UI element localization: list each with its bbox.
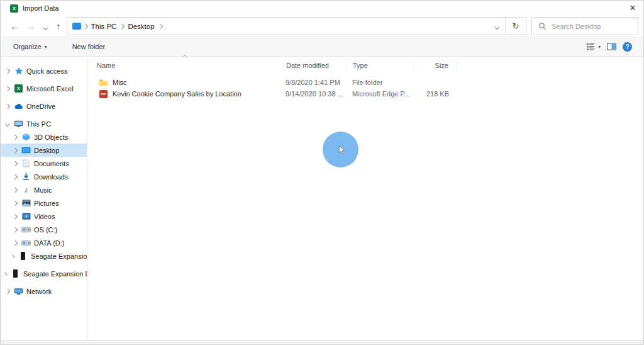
file-type-cell: File folder — [346, 79, 413, 86]
sidebar-item-label: Videos — [34, 213, 55, 220]
chevron-right-icon[interactable] — [13, 187, 18, 192]
chevron-right-icon[interactable] — [13, 227, 18, 232]
chevron-right-icon[interactable] — [13, 161, 18, 166]
column-header-type[interactable]: Type — [346, 59, 413, 72]
forward-button[interactable]: → — [23, 21, 38, 31]
network-icon — [13, 288, 24, 295]
column-header-size[interactable]: Size — [413, 59, 457, 72]
refresh-button[interactable]: ↻ — [506, 18, 526, 35]
cube-icon — [21, 133, 31, 141]
help-button[interactable]: ? — [621, 41, 633, 53]
column-header-name[interactable]: Name — [87, 59, 282, 72]
chevron-right-icon[interactable] — [13, 147, 18, 152]
sidebar-item-label: This PC — [26, 120, 51, 128]
up-button[interactable]: ↑ — [53, 21, 64, 31]
chevron-right-icon — [119, 23, 125, 28]
sidebar-item-label: Seagate Expansion I — [31, 252, 87, 260]
view-controls: ▾ ? — [585, 41, 633, 53]
sidebar-item-quick-access[interactable]: Quick access — [1, 64, 87, 77]
sidebar-item-label: Documents — [34, 160, 69, 167]
search-box[interactable] — [531, 17, 638, 35]
chevron-right-icon[interactable] — [4, 272, 8, 275]
address-bar[interactable]: This PC Desktop ↻ — [67, 17, 527, 35]
sidebar-item-os-c[interactable]: OS (C:) — [1, 223, 87, 236]
sidebar-item-microsoft-excel[interactable]: XMicrosoft Excel — [1, 82, 87, 95]
music-icon: ♪ — [21, 186, 31, 194]
back-button[interactable]: ← — [7, 21, 23, 31]
new-folder-button[interactable]: New folder — [72, 43, 106, 50]
file-name-cell: Misc — [87, 79, 282, 86]
caret-down-icon: ▾ — [598, 44, 601, 50]
chevron-right-icon[interactable] — [13, 213, 18, 218]
sidebar-item-seagate-expansion-i[interactable]: Seagate Expansion I — [1, 249, 87, 263]
breadcrumb-this-pc[interactable]: This PC — [90, 23, 118, 30]
drive-icon — [21, 227, 31, 233]
sidebar-item-label: Microsoft Excel — [26, 85, 74, 93]
file-rows: Misc9/8/2020 1:41 PMFile folderPDFKevin … — [87, 72, 643, 99]
file-name-label: Kevin Cookie Company Sales by Location — [113, 90, 242, 98]
external-drive-icon — [10, 269, 21, 278]
command-toolbar: Organize ▾ New folder ▾ — [1, 37, 643, 57]
sidebar-item-data-d[interactable]: DATA (D:) — [1, 236, 87, 249]
organize-label: Organize — [13, 43, 42, 50]
sidebar-item-onedrive[interactable]: OneDrive — [1, 99, 87, 113]
address-dropdown-button[interactable] — [489, 18, 505, 35]
breadcrumb-desktop[interactable]: Desktop — [126, 23, 155, 30]
sidebar-item-label: OS (C:) — [34, 226, 57, 234]
sidebar-item-music[interactable]: ♪Music — [1, 183, 87, 196]
video-icon — [21, 213, 31, 220]
sidebar-item-label: Quick access — [26, 67, 67, 75]
folder-icon — [98, 79, 109, 86]
chevron-right-icon[interactable] — [12, 254, 15, 257]
chevron-right-icon[interactable] — [5, 86, 10, 91]
chevron-down-icon[interactable] — [5, 121, 10, 126]
sidebar-item-this-pc[interactable]: This PC — [1, 117, 87, 130]
view-mode-button[interactable]: ▾ — [585, 42, 602, 52]
chevron-right-icon[interactable] — [5, 288, 10, 293]
sidebar-item-label: OneDrive — [26, 103, 55, 110]
preview-pane-button[interactable] — [606, 42, 618, 52]
sidebar-item-3d-objects[interactable]: 3D Objects — [1, 130, 87, 144]
picture-icon — [21, 200, 31, 206]
sidebar-item-videos[interactable]: Videos — [1, 210, 87, 223]
column-header-date-modified[interactable]: Date modified — [282, 59, 346, 72]
sidebar-item-downloads[interactable]: Downloads — [1, 170, 87, 183]
sidebar-item-label: Downloads — [34, 173, 68, 181]
chevron-right-icon — [82, 23, 87, 28]
sidebar-item-label: DATA (D:) — [34, 239, 64, 247]
caret-down-icon: ▾ — [45, 44, 47, 50]
sidebar-item-label: Desktop — [34, 147, 59, 154]
sidebar-item-network[interactable]: Network — [1, 285, 87, 298]
chevron-down-icon — [43, 26, 48, 30]
external-drive-icon — [18, 252, 28, 260]
chevron-right-icon[interactable] — [13, 134, 18, 139]
file-name-label: Misc — [113, 79, 127, 86]
preview-pane-icon — [607, 43, 616, 50]
recent-locations-dropdown[interactable] — [38, 21, 53, 31]
document-icon — [21, 159, 31, 167]
sidebar-item-documents[interactable]: Documents — [1, 157, 87, 170]
navigation-sidebar: Quick accessXMicrosoft ExcelOneDriveThis… — [1, 57, 87, 340]
close-button[interactable]: ✕ — [622, 1, 643, 16]
chevron-right-icon[interactable] — [13, 174, 18, 179]
chevron-right-icon[interactable] — [5, 68, 10, 73]
chevron-right-icon — [157, 23, 162, 28]
chevron-right-icon[interactable] — [13, 240, 18, 245]
chevron-right-icon[interactable] — [13, 200, 18, 205]
sidebar-item-label: Seagate Expansion Dr — [23, 270, 87, 278]
window-title: Import Data — [23, 4, 58, 12]
list-view-icon — [586, 43, 596, 51]
organize-button[interactable]: Organize ▾ — [13, 43, 47, 50]
file-row-misc[interactable]: Misc9/8/2020 1:41 PMFile folder — [87, 77, 643, 88]
star-icon — [13, 67, 24, 76]
chevron-down-icon — [494, 25, 499, 30]
sidebar-item-desktop[interactable]: Desktop — [1, 144, 87, 157]
sidebar-item-seagate-expansion-dr[interactable]: Seagate Expansion Dr — [1, 267, 87, 280]
dialog-footer-partial — [1, 340, 643, 344]
search-input[interactable] — [550, 22, 622, 31]
file-type-cell: Microsoft Edge P... — [346, 90, 413, 98]
chevron-right-icon[interactable] — [5, 103, 10, 108]
file-row-kevin-cookie-company-sales-by-location[interactable]: PDFKevin Cookie Company Sales by Locatio… — [87, 88, 643, 99]
sidebar-item-pictures[interactable]: Pictures — [1, 196, 87, 210]
file-date-modified-cell: 9/14/2020 10:38 ... — [282, 90, 346, 98]
